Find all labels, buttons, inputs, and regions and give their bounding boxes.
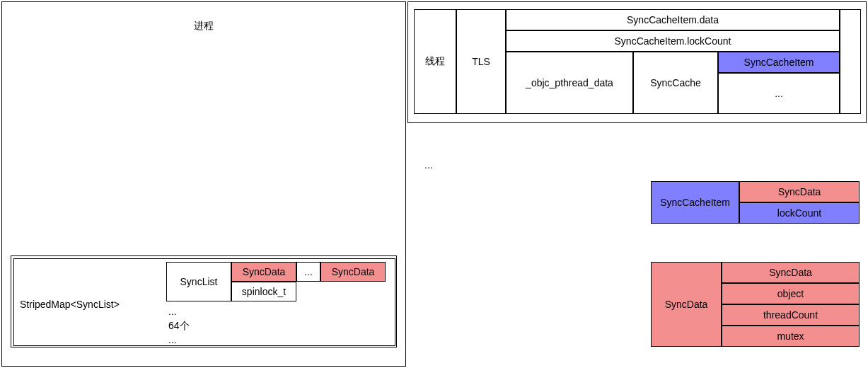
process-title: 进程 bbox=[2, 20, 405, 33]
process-panel: 进程 StripedMap<SyncList> SyncList SyncDat… bbox=[1, 1, 406, 367]
thread-box: 线程 bbox=[414, 9, 456, 114]
syncdata-2: SyncData bbox=[320, 262, 386, 282]
objc-pthread-data: _objc_pthread_data bbox=[506, 52, 633, 114]
legend-syncdata-field-1: object bbox=[722, 283, 860, 304]
syncdata-ellipsis: ... bbox=[296, 262, 320, 282]
legend-synccacheitem-field-1: lockCount bbox=[739, 202, 860, 224]
tls-label: TLS bbox=[472, 56, 490, 67]
stripedmap-label: StripedMap<SyncList> bbox=[20, 299, 120, 310]
synccacheitem-data-label: SyncCacheItem.data bbox=[627, 14, 719, 25]
legend-syncdata-field-0: SyncData bbox=[722, 262, 860, 283]
synccacheitem-lockcount-label: SyncCacheItem.lockCount bbox=[615, 35, 731, 47]
synccacheitem-lockcount: SyncCacheItem.lockCount bbox=[506, 30, 840, 52]
syncdata-2-label: SyncData bbox=[332, 266, 375, 277]
stripedmap-outer: StripedMap<SyncList> SyncList SyncData .… bbox=[11, 255, 397, 347]
legend-syncdata-field-3-label: mutex bbox=[777, 330, 804, 342]
synccacheitem-blue: SyncCacheItem bbox=[718, 52, 840, 73]
ellipsis-1: ... bbox=[168, 306, 177, 317]
synclist-label: SyncList bbox=[180, 276, 218, 287]
synccacheitem-blue-label: SyncCacheItem bbox=[744, 57, 814, 68]
tls-box: TLS bbox=[456, 9, 506, 114]
legend-synccacheitem-field-0: SyncData bbox=[739, 181, 860, 202]
stripedmap-inner: StripedMap<SyncList> SyncList SyncData .… bbox=[13, 258, 395, 346]
ellipsis-2: ... bbox=[168, 334, 177, 345]
legend-syncdata-field-2-label: threadCount bbox=[763, 309, 818, 321]
legend-syncdata-field-3: mutex bbox=[722, 326, 860, 347]
middle-ellipsis: ... bbox=[424, 159, 433, 171]
legend-synccacheitem-title: SyncCacheItem bbox=[651, 181, 739, 224]
legend-syncdata-title: SyncData bbox=[651, 262, 722, 347]
syncdata-1-label: SyncData bbox=[243, 266, 286, 277]
legend-synccacheitem-title-label: SyncCacheItem bbox=[660, 197, 730, 208]
synccache-box: SyncCache bbox=[633, 52, 718, 114]
thread-panel: 线程 TLS SyncCacheItem.data SyncCacheItem.… bbox=[407, 1, 867, 123]
spinlock-box: spinlock_t bbox=[231, 282, 296, 301]
synccacheitem-data: SyncCacheItem.data bbox=[506, 9, 840, 30]
legend-synccacheitem-field-0-label: SyncData bbox=[778, 186, 821, 197]
synccache-label: SyncCache bbox=[650, 77, 701, 88]
thread-right-empty bbox=[840, 9, 861, 114]
synccacheitem-ellipsis: ... bbox=[718, 73, 840, 114]
syncdata-ellipsis-label: ... bbox=[304, 266, 313, 277]
synccacheitem-ellipsis-label: ... bbox=[775, 88, 783, 99]
spinlock-label: spinlock_t bbox=[242, 286, 286, 297]
count-label: 64个 bbox=[168, 320, 190, 333]
legend-syncdata-field-1-label: object bbox=[777, 288, 804, 299]
legend-syncdata-field-2: threadCount bbox=[722, 304, 860, 326]
synclist-box: SyncList bbox=[166, 262, 231, 301]
objc-pthread-data-label: _objc_pthread_data bbox=[526, 77, 613, 88]
legend-synccacheitem-field-1-label: lockCount bbox=[777, 207, 821, 219]
syncdata-1: SyncData bbox=[231, 262, 296, 282]
legend-syncdata-title-label: SyncData bbox=[665, 299, 708, 310]
thread-label: 线程 bbox=[425, 55, 445, 68]
legend-syncdata-field-0-label: SyncData bbox=[769, 267, 812, 278]
